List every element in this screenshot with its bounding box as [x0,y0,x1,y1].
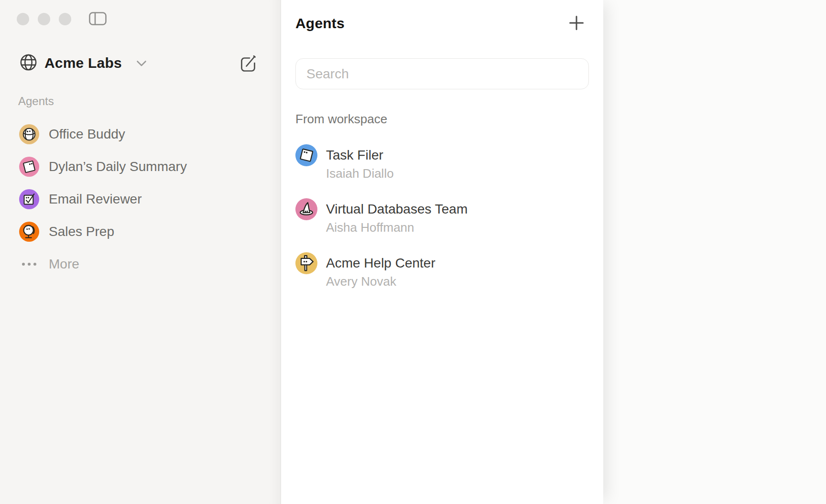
sidebar-item-sales-prep[interactable]: Sales Prep [0,215,281,248]
group-label: From workspace [295,112,589,126]
agent-row-virtual-databases-team[interactable]: Virtual Databases Team Aisha Hoffmann [295,201,589,235]
agent-owner: Aisha Hoffmann [326,220,467,235]
app-window: { "sidebar": { "workspace_name": "Acme L… [0,0,826,504]
add-agent-button[interactable] [567,14,586,33]
search-input[interactable] [295,58,589,89]
sidebar-toggle-icon [89,12,107,27]
agent-row-task-filer[interactable]: Task Filer Isaiah Diallo [295,147,589,181]
workspace-agent-list: Task Filer Isaiah Diallo Virtual Databas… [295,147,589,289]
signpost-doodle-icon [295,252,317,274]
workspace-switcher[interactable]: Acme Labs [20,54,147,73]
sidebar-item-label: Office Buddy [49,126,125,142]
chevron-down-icon [136,60,147,68]
witch-hat-doodle-icon [295,198,317,220]
sidebar-agents-section: Agents Office Buddy [0,95,281,280]
agent-name: Acme Help Center [326,255,435,271]
new-chat-button[interactable] [240,54,256,73]
window-button-close[interactable] [17,13,29,25]
basketball-doodle-icon [19,124,39,144]
agent-name: Task Filer [326,147,394,163]
sidebar-more-label: More [49,257,79,272]
sidebar-item-office-buddy[interactable]: Office Buddy [0,118,281,150]
sidebar-section-label: Agents [18,95,281,108]
workspace-name: Acme Labs [44,54,122,72]
sidebar-item-dylans-daily-summary[interactable]: Dylan’s Daily Summary [0,150,281,183]
agent-row-acme-help-center[interactable]: Acme Help Center Avery Novak [295,255,589,289]
sidebar-item-label: Sales Prep [49,224,114,240]
note-doodle-icon [295,144,317,166]
agent-owner: Isaiah Diallo [326,166,394,181]
note-doodle-icon [19,157,39,177]
window-button-zoom[interactable] [59,13,71,25]
ellipsis-icon [19,263,39,266]
plus-icon [568,14,585,33]
panel-title: Agents [295,15,345,32]
workspace-row: Acme Labs [20,54,281,73]
sidebar-toggle-button[interactable] [89,12,107,26]
globe-stand-doodle-icon [19,222,39,242]
agents-panel-header: Agents [295,14,589,32]
window-button-minimize[interactable] [38,13,50,25]
agents-panel: Agents From workspace [281,0,603,504]
agent-name: Virtual Databases Team [326,201,467,217]
sidebar: Acme Labs Agents [0,0,281,504]
sidebar-item-label: Email Reviewer [49,191,142,207]
sidebar-item-more[interactable]: More [0,248,281,280]
compose-icon [240,67,256,74]
sidebar-item-email-reviewer[interactable]: Email Reviewer [0,183,281,215]
agent-owner: Avery Novak [326,274,435,289]
window-controls [17,12,107,26]
globe-icon [20,54,37,73]
sidebar-agent-list: Office Buddy Dylan’s Daily Summary [0,118,281,280]
content-backdrop [603,0,826,504]
sidebar-item-label: Dylan’s Daily Summary [49,159,187,175]
checkbox-doodle-icon [19,189,39,209]
